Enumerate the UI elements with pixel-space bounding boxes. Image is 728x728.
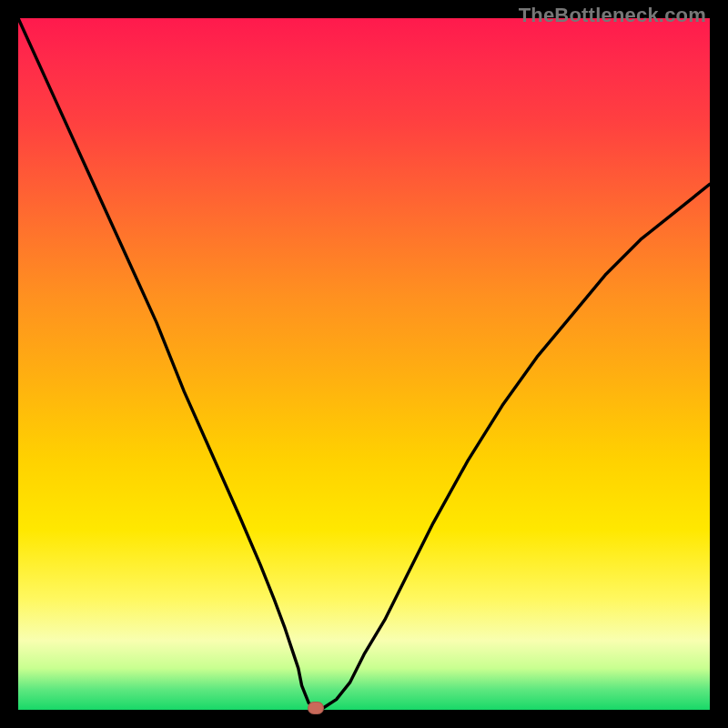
- optimum-marker: [308, 702, 324, 714]
- plot-area: [18, 18, 710, 710]
- watermark-text: TheBottleneck.com: [519, 5, 706, 25]
- chart-root: { "watermark": "TheBottleneck.com", "cha…: [0, 0, 728, 728]
